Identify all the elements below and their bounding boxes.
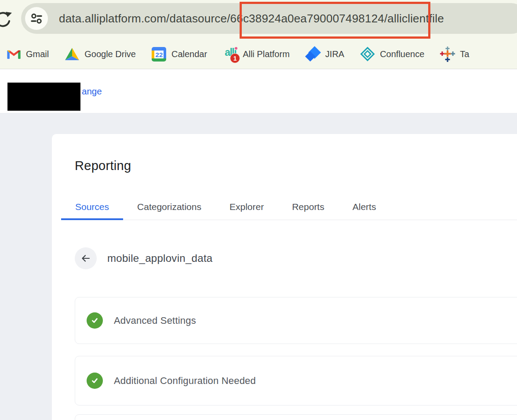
url-row: data.alliplatform.com/datasource/66c3892… (0, 0, 517, 40)
section-card-additional-configuration[interactable]: Additional Configuration Needed (75, 356, 517, 406)
bookmark-jira[interactable]: JIRA (305, 46, 344, 62)
tab-categorizations[interactable]: Categorizations (123, 196, 215, 220)
bookmark-label: Confluence (380, 49, 424, 59)
check-circle-icon (87, 373, 103, 389)
bookmark-label: JIRA (325, 49, 344, 59)
site-settings-button[interactable] (25, 7, 48, 30)
tab-alerts[interactable]: Alerts (339, 196, 390, 220)
section-title: Additional Configuration Needed (114, 375, 256, 387)
tab-explorer[interactable]: Explorer (215, 196, 278, 220)
change-link-partial[interactable]: ange (82, 86, 102, 97)
section-card-partial[interactable] (75, 414, 517, 420)
alli-icon: alli 1 (222, 46, 238, 62)
page-title: Reporting (75, 157, 517, 174)
tableau-icon (440, 46, 455, 62)
calendar-date-text: 22 (152, 51, 166, 59)
red-annotation-box (240, 2, 430, 39)
gmail-icon (6, 46, 22, 62)
bookmark-calendar[interactable]: 22 Calendar (151, 46, 207, 62)
bookmark-label: Ta (460, 49, 469, 59)
bookmark-label: Calendar (171, 49, 207, 59)
tab-sources[interactable]: Sources (61, 196, 123, 220)
refresh-button[interactable] (0, 9, 14, 30)
section-cards: Advanced Settings Additional Configurati… (75, 297, 517, 420)
bookmark-label: Gmail (26, 49, 49, 59)
bookmark-label: Google Drive (84, 49, 136, 59)
refresh-icon (0, 9, 14, 30)
browser-chrome: data.alliplatform.com/datasource/66c3892… (0, 0, 517, 69)
source-name: mobile_applovin_data (107, 252, 213, 264)
bookmarks-bar: Gmail Google Drive 22 Calendar (0, 40, 517, 69)
bookmark-confluence[interactable]: Confluence (360, 46, 424, 62)
bookmark-gmail[interactable]: Gmail (6, 46, 49, 62)
section-card-advanced-settings[interactable]: Advanced Settings (75, 297, 517, 344)
bookmark-label: Alli Platform (243, 49, 290, 59)
confluence-icon (360, 46, 375, 62)
jira-icon (305, 46, 321, 62)
alli-pink-dot (235, 47, 237, 50)
google-calendar-icon: 22 (151, 46, 167, 62)
reporting-tabs: Sources Categorizations Explorer Reports… (61, 196, 517, 220)
bookmark-alli-platform[interactable]: alli 1 Alli Platform (222, 46, 290, 62)
notification-badge: 1 (230, 53, 240, 63)
bookmark-google-drive[interactable]: Google Drive (64, 46, 136, 62)
check-circle-icon (87, 312, 103, 329)
tune-icon (30, 12, 43, 25)
section-title: Advanced Settings (114, 315, 196, 326)
arrow-left-icon (80, 253, 91, 264)
google-drive-icon (64, 46, 80, 62)
redacted-logo-block (7, 83, 80, 111)
tab-reports[interactable]: Reports (278, 196, 339, 220)
reporting-panel: Reporting Sources Categorizations Explor… (52, 134, 517, 420)
back-button[interactable] (75, 247, 97, 269)
bookmark-tableau[interactable]: Ta (440, 46, 469, 62)
source-header-row: mobile_applovin_data (75, 247, 517, 269)
